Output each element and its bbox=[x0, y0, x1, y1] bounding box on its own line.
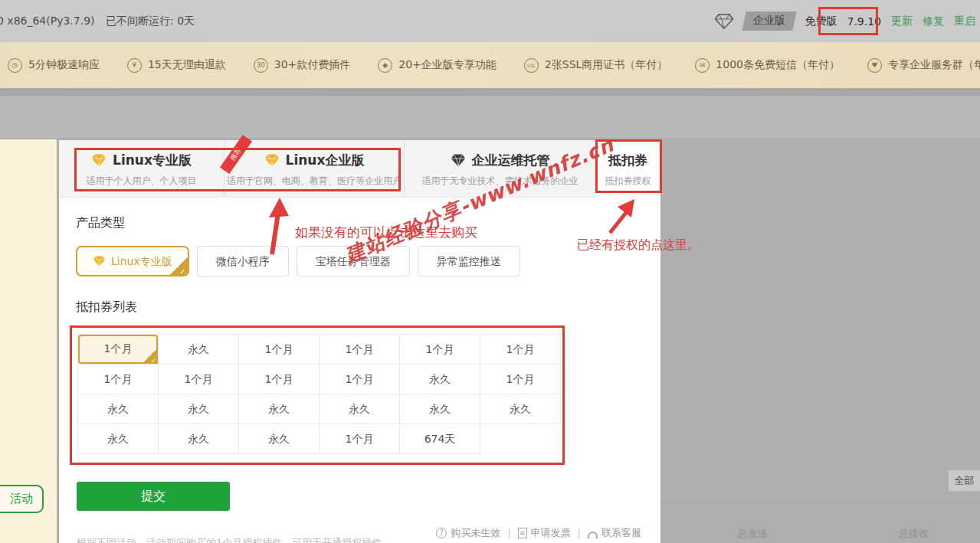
coupon-cell[interactable]: 永久 bbox=[159, 424, 239, 454]
product-type-options: Linux专业版 微信小程序 宝塔任务管理器 异常监控推送 bbox=[76, 246, 520, 276]
dark-diamond-icon bbox=[451, 154, 466, 167]
tab-linux-enterprise[interactable]: Linux企业版 适用于官网、电商、教育、医疗等企业用户 bbox=[224, 140, 404, 198]
coupon-cell[interactable]: 永久 bbox=[78, 424, 159, 454]
coupon-cell-selected[interactable]: 1个月 bbox=[78, 335, 159, 365]
uptime-label: 已不间断运行: 0天 bbox=[106, 15, 195, 28]
tab-coupon[interactable]: 抵扣券 抵扣券授权 bbox=[595, 140, 660, 198]
coupon-cell[interactable]: 1个月 bbox=[400, 335, 480, 365]
enterprise-plan-badge[interactable]: 企业版 bbox=[742, 11, 797, 31]
banner-item-text: 30+款付费插件 bbox=[274, 58, 351, 72]
request-invoice-link[interactable]: ≡ 申请发票 bbox=[518, 526, 571, 540]
coupon-cell[interactable]: 1个月 bbox=[320, 365, 400, 394]
ssl-icon: SSL bbox=[524, 58, 539, 73]
coupon-cell[interactable]: 1个月 bbox=[480, 365, 561, 394]
license-purchase-dialog: Linux专业版 适用于个人用户、个人项目 Linux企业版 适用于官网、电商、… bbox=[59, 140, 660, 543]
topbar-right-group: 企业版 免费版 7.9.10 更新 修复 重启 bbox=[714, 0, 975, 42]
coupon-cell[interactable]: 1个月 bbox=[320, 335, 400, 365]
coupon-cell[interactable]: 永久 bbox=[400, 365, 480, 394]
coupon-row: 永久 永久 永久 1个月 674天 bbox=[78, 424, 562, 454]
product-option-wechat-miniprogram[interactable]: 微信小程序 bbox=[197, 246, 289, 276]
coupon-cell[interactable]: 永久 bbox=[239, 394, 320, 424]
coupon-cell[interactable]: 1个月 bbox=[239, 365, 320, 394]
activity-button[interactable]: 活动 bbox=[0, 485, 44, 513]
update-link[interactable]: 更新 bbox=[891, 15, 913, 28]
coupon-row: 1个月 1个月 1个月 1个月 永久 1个月 bbox=[78, 365, 562, 394]
banner-item: ◷ 5分钟极速响应 bbox=[8, 58, 100, 73]
banner-item: ◆ 20+企业版专享功能 bbox=[378, 58, 497, 73]
dimmed-strip bbox=[0, 88, 980, 96]
invoice-icon: ≡ bbox=[518, 528, 527, 538]
activity-side-panel: 活动 bbox=[0, 139, 57, 543]
coupon-cell[interactable]: 永久 bbox=[480, 394, 561, 424]
system-info: 0 x86_64(Py3.7.9) bbox=[0, 15, 95, 27]
top-bar: 0 x86_64(Py3.7.9) 已不间断运行: 0天 企业版 免费版 7.9… bbox=[0, 0, 980, 42]
tab-title: 企业运维托管 bbox=[472, 152, 550, 169]
banner-item-text: 专享企业服务群（年付） bbox=[888, 58, 980, 72]
gold-diamond-icon bbox=[91, 154, 107, 167]
tab-title: 抵扣券 bbox=[608, 152, 647, 169]
tab-subtitle: 适用于官网、电商、教育、医疗等企业用户 bbox=[225, 175, 404, 188]
product-option-task-manager[interactable]: 宝塔任务管理器 bbox=[297, 246, 410, 276]
banner-item: SSL 2张SSL商用证书（年付） bbox=[524, 58, 667, 73]
tab-title: Linux企业版 bbox=[286, 152, 365, 169]
submit-button[interactable]: 提交 bbox=[77, 482, 230, 511]
banner-item-text: 2张SSL商用证书（年付） bbox=[545, 58, 667, 72]
clock-icon: ◷ bbox=[8, 58, 22, 73]
coupon-row: 1个月 永久 1个月 1个月 1个月 1个月 bbox=[78, 335, 562, 365]
diamond-outline-icon bbox=[714, 14, 734, 29]
banner-item-text: 15天无理由退款 bbox=[148, 58, 226, 72]
total-sent-label: 总发送 bbox=[738, 527, 768, 541]
product-tabs: Linux专业版 适用于个人用户、个人项目 Linux企业版 适用于官网、电商、… bbox=[59, 140, 660, 198]
coupon-cell[interactable]: 1个月 bbox=[239, 335, 320, 365]
banner-item: ¥ 15天无理由退款 bbox=[127, 58, 226, 73]
product-option-linux-pro[interactable]: Linux专业版 bbox=[76, 246, 189, 276]
diamond-icon: ◆ bbox=[378, 58, 392, 73]
contact-support-link[interactable]: 联系客服 bbox=[588, 526, 641, 540]
product-type-label: 产品类型 bbox=[76, 215, 125, 231]
restart-link[interactable]: 重启 bbox=[954, 15, 975, 28]
service-icon: ♥ bbox=[867, 58, 882, 73]
coupon-list-label: 抵扣券列表 bbox=[76, 299, 137, 316]
edition-label[interactable]: 免费版 bbox=[805, 15, 837, 28]
gold-diamond-icon bbox=[264, 154, 280, 167]
coupon-cell[interactable]: 1个月 bbox=[78, 365, 159, 394]
panel-version: 7.9.10 bbox=[847, 15, 881, 28]
coupon-cell[interactable]: 1个月 bbox=[480, 335, 561, 365]
coupon-cell[interactable]: 永久 bbox=[400, 394, 480, 424]
coupon-cell[interactable]: 674天 bbox=[400, 424, 480, 454]
plugins-icon: 30 bbox=[254, 58, 268, 73]
product-option-label: Linux专业版 bbox=[111, 247, 172, 276]
banner-item-text: 20+企业版专享功能 bbox=[398, 58, 497, 72]
total-received-label: 总接收 bbox=[899, 527, 929, 541]
coupon-cell[interactable]: 1个月 bbox=[159, 365, 239, 394]
tab-subtitle: 适用于无专业技术、需技术服务的企业 bbox=[405, 175, 595, 188]
coupon-cell[interactable]: 永久 bbox=[159, 335, 239, 365]
coupon-cell[interactable]: 1个月 bbox=[320, 424, 400, 454]
repair-link[interactable]: 修复 bbox=[923, 15, 944, 28]
banner-item: ♥ 专享企业服务群（年付） bbox=[867, 58, 980, 73]
banner-item-text: 5分钟极速响应 bbox=[28, 58, 100, 72]
coupon-cell[interactable]: 永久 bbox=[78, 394, 159, 424]
gold-diamond-icon bbox=[93, 256, 106, 267]
mail-icon: ✉ bbox=[695, 58, 710, 73]
clipped-note-text: 根据不同活动，活动期间购买的1个月授权插件，可用于开通授权插件 bbox=[77, 536, 506, 543]
coupon-cell[interactable]: 永久 bbox=[159, 394, 239, 424]
banner-item: 30 30+款付费插件 bbox=[254, 58, 351, 73]
background-divider bbox=[660, 502, 980, 502]
product-option-monitor-push[interactable]: 异常监控推送 bbox=[418, 246, 520, 276]
tab-title: Linux专业版 bbox=[113, 152, 192, 169]
all-filter-button[interactable]: 全部 bbox=[948, 469, 980, 492]
banner-item: ✉ 1000条免费短信（年付） bbox=[695, 58, 840, 73]
footer-separator: | bbox=[578, 528, 581, 539]
enterprise-promo-banner: ◷ 5分钟极速响应 ¥ 15天无理由退款 30 30+款付费插件 ◆ 20+企业… bbox=[0, 42, 980, 88]
refund-icon: ¥ bbox=[127, 58, 142, 73]
dimmed-strip bbox=[0, 96, 980, 138]
tab-ops-hosting[interactable]: 企业运维托管 适用于无专业技术、需技术服务的企业 bbox=[404, 140, 595, 198]
coupon-table: 1个月 永久 1个月 1个月 1个月 1个月 1个月 1个月 1个月 1个月 永… bbox=[77, 334, 562, 454]
coupon-cell-empty bbox=[480, 424, 561, 454]
tab-linux-pro[interactable]: Linux专业版 适用于个人用户、个人项目 bbox=[59, 140, 224, 198]
coupon-row: 永久 永久 永久 永久 永久 永久 bbox=[78, 394, 562, 424]
coupon-cell[interactable]: 永久 bbox=[239, 424, 320, 454]
footer-separator: | bbox=[507, 528, 510, 539]
coupon-cell[interactable]: 永久 bbox=[320, 394, 400, 424]
